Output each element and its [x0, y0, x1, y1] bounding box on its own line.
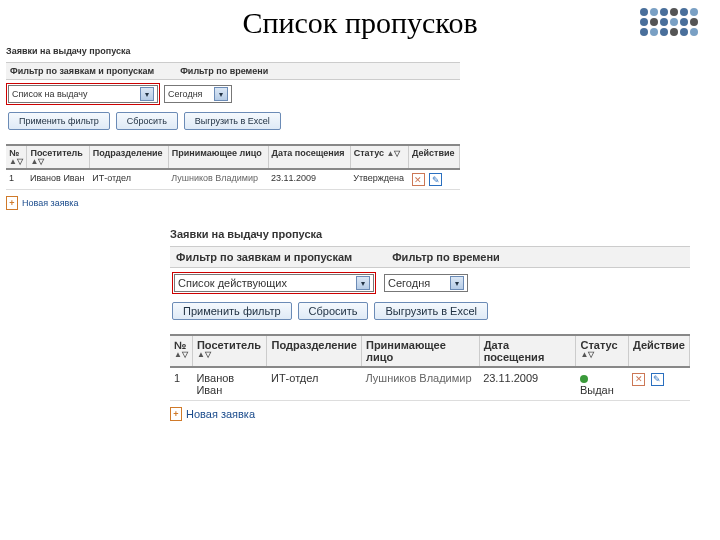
sort-arrows-icon: ▲▽	[9, 158, 23, 166]
cell-host: Лушников Владимир	[361, 367, 479, 401]
requests-table-2: №▲▽ Посетитель▲▽ Подразделение Принимающ…	[170, 334, 690, 401]
col-date-2[interactable]: Дата посещения	[479, 335, 576, 367]
sort-arrows-icon: ▲▽	[387, 149, 401, 158]
heading-2: Заявки на выдачу пропуска	[170, 228, 690, 240]
new-doc-icon: +	[6, 196, 18, 210]
status-dot-icon	[580, 375, 588, 383]
export-excel-button-2[interactable]: Выгрузить в Excel	[374, 302, 488, 320]
sort-arrows-icon: ▲▽	[197, 351, 263, 359]
col-status-1[interactable]: Статус ▲▽	[350, 145, 408, 169]
col-dept-2[interactable]: Подразделение	[267, 335, 362, 367]
apply-filter-button-2[interactable]: Применить фильтр	[172, 302, 292, 320]
cell-visitor: Иванов Иван	[192, 367, 267, 401]
filter-bar-2: Фильтр по заявкам и пропускам Фильтр по …	[170, 246, 690, 268]
cell-visitor: Иванов Иван	[27, 169, 89, 190]
cell-date: 23.11.2009	[268, 169, 350, 190]
cell-actions: ✕ ✎	[628, 367, 689, 401]
new-request-label-1: Новая заявка	[22, 198, 79, 208]
col-num-1[interactable]: №▲▽	[6, 145, 27, 169]
new-request-link-1[interactable]: + Новая заявка	[6, 196, 79, 210]
new-doc-icon: +	[170, 407, 182, 421]
export-excel-button-1[interactable]: Выгрузить в Excel	[184, 112, 281, 130]
page-title: Список пропусков	[0, 6, 720, 40]
chevron-down-icon: ▾	[356, 276, 370, 290]
col-status-2[interactable]: Статус▲▽	[576, 335, 629, 367]
chevron-down-icon: ▾	[450, 276, 464, 290]
requests-table-1: №▲▽ Посетитель▲▽ Подразделение Принимающ…	[6, 144, 460, 190]
col-host-2[interactable]: Принимающее лицо	[361, 335, 479, 367]
select-time-value-1: Сегодня	[168, 89, 210, 99]
select-request-list-value-2: Список действующих	[178, 277, 352, 289]
cell-dept: ИТ-отдел	[89, 169, 168, 190]
edit-icon[interactable]: ✎	[651, 373, 664, 386]
delete-icon[interactable]: ✕	[412, 173, 425, 186]
sort-arrows-icon: ▲▽	[580, 351, 624, 359]
filter-caption-time-1: Фильтр по времени	[180, 66, 268, 76]
select-time-value-2: Сегодня	[388, 277, 446, 289]
new-request-label-2: Новая заявка	[186, 408, 255, 420]
cell-status: Выдан	[576, 367, 629, 401]
select-request-list-2[interactable]: Список действующих ▾	[174, 274, 374, 292]
col-date-1[interactable]: Дата посещения	[268, 145, 350, 169]
col-host-1[interactable]: Принимающее лицо	[168, 145, 268, 169]
col-num-2[interactable]: №▲▽	[170, 335, 192, 367]
table-row: 1 Иванов Иван ИТ-отдел Лушников Владимир…	[6, 169, 460, 190]
heading-1: Заявки на выдачу пропуска	[6, 46, 460, 56]
edit-icon[interactable]: ✎	[429, 173, 442, 186]
panel-requests-2: Заявки на выдачу пропуска Фильтр по заяв…	[170, 228, 690, 421]
col-action-2: Действие	[628, 335, 689, 367]
cell-date: 23.11.2009	[479, 367, 576, 401]
select-request-list-1[interactable]: Список на выдачу ▾	[8, 85, 158, 103]
select-request-list-value-1: Список на выдачу	[12, 89, 136, 99]
cell-host: Лушников Владимир	[168, 169, 268, 190]
apply-filter-button-1[interactable]: Применить фильтр	[8, 112, 110, 130]
filter-caption-time-2: Фильтр по времени	[392, 251, 500, 263]
reset-button-2[interactable]: Сбросить	[298, 302, 369, 320]
cell-dept: ИТ-отдел	[267, 367, 362, 401]
select-time-2[interactable]: Сегодня ▾	[384, 274, 468, 292]
table-row: 1 Иванов Иван ИТ-отдел Лушников Владимир…	[170, 367, 690, 401]
panel-requests-1: Заявки на выдачу пропуска Фильтр по заяв…	[6, 46, 460, 210]
chevron-down-icon: ▾	[214, 87, 228, 101]
cell-num: 1	[170, 367, 192, 401]
filter-caption-requests-2: Фильтр по заявкам и пропускам	[176, 251, 352, 263]
sort-arrows-icon: ▲▽	[174, 351, 188, 359]
logo-dots	[640, 8, 700, 48]
select-time-1[interactable]: Сегодня ▾	[164, 85, 232, 103]
col-dept-1[interactable]: Подразделение	[89, 145, 168, 169]
reset-button-1[interactable]: Сбросить	[116, 112, 178, 130]
cell-actions: ✕ ✎	[409, 169, 460, 190]
chevron-down-icon: ▾	[140, 87, 154, 101]
cell-status: Утверждена	[350, 169, 408, 190]
filter-bar-1: Фильтр по заявкам и пропускам Фильтр по …	[6, 62, 460, 80]
col-action-1: Действие	[409, 145, 460, 169]
sort-arrows-icon: ▲▽	[30, 158, 85, 166]
col-visitor-2[interactable]: Посетитель▲▽	[192, 335, 267, 367]
cell-num: 1	[6, 169, 27, 190]
delete-icon[interactable]: ✕	[632, 373, 645, 386]
new-request-link-2[interactable]: + Новая заявка	[170, 407, 255, 421]
filter-caption-requests-1: Фильтр по заявкам и пропускам	[10, 66, 154, 76]
col-visitor-1[interactable]: Посетитель▲▽	[27, 145, 89, 169]
